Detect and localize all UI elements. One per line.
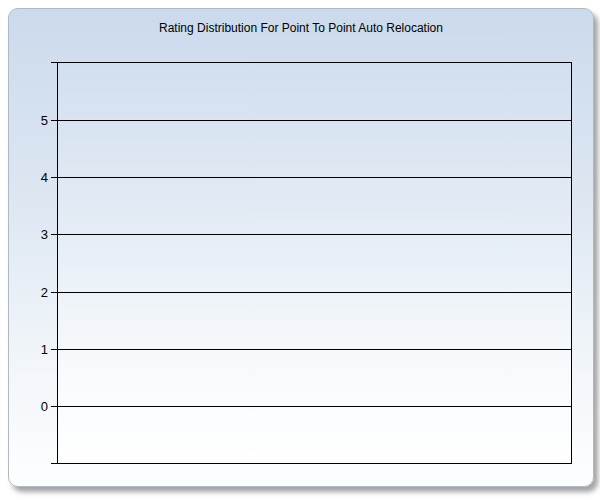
y-gridline — [58, 292, 571, 293]
y-axis-tick — [51, 62, 58, 63]
chart-screenshot: Rating Distribution For Point To Point A… — [0, 0, 600, 500]
y-axis-tick — [51, 292, 58, 293]
y-axis-tick — [51, 406, 58, 407]
y-gridline — [58, 120, 571, 121]
chart-title: Rating Distribution For Point To Point A… — [9, 21, 593, 35]
y-axis-tick — [51, 177, 58, 178]
y-gridline — [58, 234, 571, 235]
y-axis-tick — [51, 120, 58, 121]
y-gridline — [58, 349, 571, 350]
y-gridline — [58, 177, 571, 178]
y-axis-tick — [51, 234, 58, 235]
y-axis-tick-label: 4 — [23, 171, 48, 184]
y-axis-tick-label: 0 — [23, 400, 48, 413]
y-axis-tick — [51, 349, 58, 350]
y-axis-tick-label: 3 — [23, 228, 48, 241]
chart-panel: Rating Distribution For Point To Point A… — [8, 8, 594, 487]
y-axis-tick-label: 1 — [23, 343, 48, 356]
y-axis-tick — [51, 463, 58, 464]
y-gridline — [58, 406, 571, 407]
plot-area — [57, 62, 572, 464]
y-axis-tick-label: 5 — [23, 114, 48, 127]
y-axis-tick-label: 2 — [23, 286, 48, 299]
